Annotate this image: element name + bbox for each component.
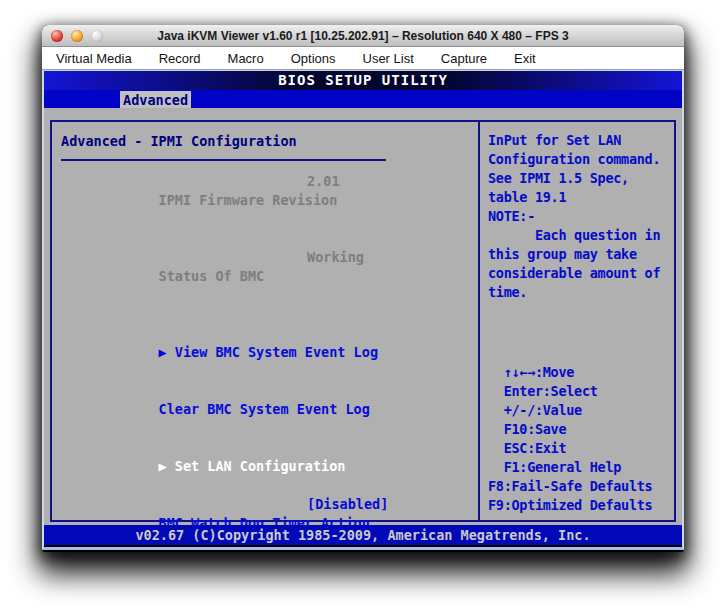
- key-legend-line: ↑↓←→:Move: [488, 363, 652, 382]
- bios-screen: BIOS SETUP UTILITY Advanced Advanced - I…: [42, 70, 684, 550]
- menu-options[interactable]: Options: [291, 51, 336, 66]
- menu-user-list[interactable]: User List: [363, 51, 414, 66]
- help-line: InPut for Set LAN: [488, 131, 674, 150]
- traffic-lights: [51, 30, 103, 42]
- key-legend-line: F8:Fail-Safe Defaults: [488, 477, 652, 496]
- settings-panel: Advanced - IPMI Configuration IPMI Firmw…: [52, 122, 480, 520]
- zoom-button[interactable]: [91, 30, 103, 42]
- menu-item-ipmi-firmware-revision: IPMI Firmware Revision 2.01: [61, 172, 470, 248]
- help-line: table 19.1: [488, 188, 674, 207]
- item-label: Set LAN Configuration: [175, 458, 346, 474]
- key-legend-line: +/-/:Value: [488, 401, 652, 420]
- menu-record[interactable]: Record: [159, 51, 201, 66]
- menu-item-view-bmc-event-log[interactable]: ▶ View BMC System Event Log: [61, 324, 470, 381]
- window-title: Java iKVM Viewer v1.60 r1 [10.25.202.91]…: [157, 29, 568, 43]
- key-legend-line: ESC:Exit: [488, 439, 652, 458]
- item-value: Working: [307, 248, 364, 267]
- tab-advanced[interactable]: Advanced: [120, 91, 191, 109]
- menu-item-clear-bmc-event-log[interactable]: Clear BMC System Event Log: [61, 381, 470, 438]
- help-line: this group may take: [488, 245, 674, 264]
- help-text: InPut for Set LANConfiguration command.S…: [488, 131, 674, 302]
- key-legend-line: Enter:Select: [488, 382, 652, 401]
- ikvm-viewer-window: Java iKVM Viewer v1.60 r1 [10.25.202.91]…: [42, 25, 684, 552]
- help-line: See IPMI 1.5 Spec,: [488, 169, 674, 188]
- submenu-arrow-icon: ▶: [159, 458, 175, 474]
- help-panel: InPut for Set LANConfiguration command.S…: [480, 122, 674, 520]
- item-label: IPMI Firmware Revision: [159, 192, 338, 208]
- section-divider: [61, 159, 386, 161]
- item-label: Status Of BMC: [159, 268, 265, 284]
- help-line: NOTE:-: [488, 207, 674, 226]
- bios-content: Advanced - IPMI Configuration IPMI Firmw…: [44, 108, 682, 545]
- menu-item-set-lan-configuration[interactable]: ▶ Set LAN Configuration: [61, 438, 470, 495]
- menu-item-status-of-bmc: Status Of BMC Working: [61, 248, 470, 324]
- help-line: time.: [488, 283, 674, 302]
- bios-header-title: BIOS SETUP UTILITY: [44, 70, 682, 90]
- help-line: Each question in: [488, 226, 674, 245]
- ipmi-config-panel: Advanced - IPMI Configuration IPMI Firmw…: [50, 120, 676, 522]
- item-value: 2.01: [307, 172, 340, 191]
- bios-tab-row: Advanced: [44, 90, 682, 108]
- copyright-status-bar: v02.67 (C)Copyright 1985-2009, American …: [44, 525, 682, 545]
- item-label: Clear BMC System Event Log: [159, 401, 370, 417]
- help-line: Configuration command.: [488, 150, 674, 169]
- submenu-arrow-icon: ▶: [159, 344, 175, 360]
- help-line: considerable amount of: [488, 264, 674, 283]
- section-title: Advanced - IPMI Configuration: [61, 132, 470, 151]
- window-titlebar[interactable]: Java iKVM Viewer v1.60 r1 [10.25.202.91]…: [42, 25, 684, 47]
- close-button[interactable]: [51, 30, 63, 42]
- key-legend-line: F9:Optimized Defaults: [488, 496, 652, 515]
- key-legend: ↑↓←→:Move Enter:Select +/-/:Value F10:Sa…: [488, 363, 652, 515]
- menu-exit[interactable]: Exit: [514, 51, 536, 66]
- menu-macro[interactable]: Macro: [228, 51, 264, 66]
- menu-virtual-media[interactable]: Virtual Media: [56, 51, 132, 66]
- item-label: View BMC System Event Log: [175, 344, 378, 360]
- menu-capture[interactable]: Capture: [441, 51, 487, 66]
- minimize-button[interactable]: [71, 30, 83, 42]
- key-legend-line: F1:General Help: [488, 458, 652, 477]
- item-value: [Disabled]: [307, 495, 388, 514]
- key-legend-line: F10:Save: [488, 420, 652, 439]
- menu-bar: Virtual Media Record Macro Options User …: [42, 47, 684, 70]
